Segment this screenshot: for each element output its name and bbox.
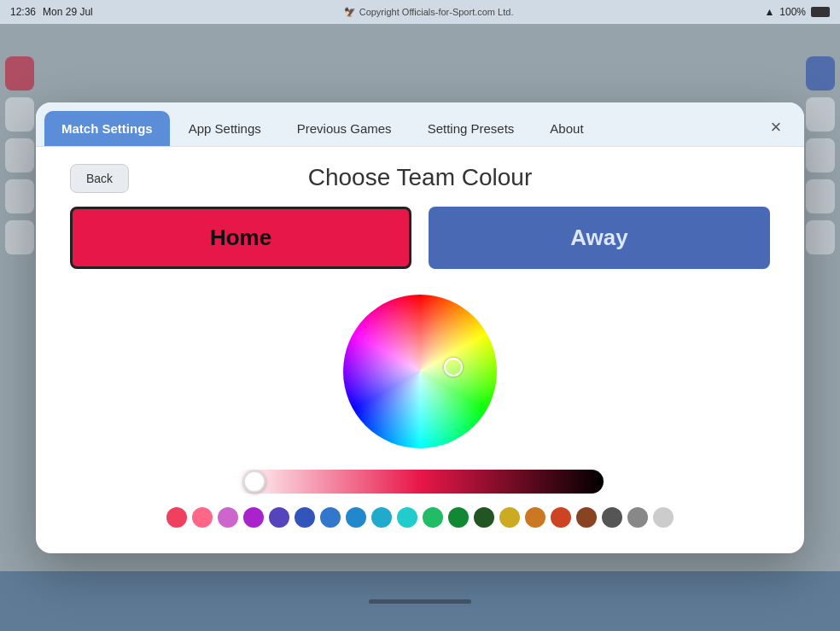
tab-previous-games[interactable]: Previous Games xyxy=(280,111,409,146)
color-wheel-svg xyxy=(343,295,497,448)
color-swatch-1[interactable] xyxy=(192,507,213,528)
settings-modal: × Match Settings App Settings Previous G… xyxy=(36,102,804,553)
color-swatch-17[interactable] xyxy=(602,507,622,528)
color-swatch-11[interactable] xyxy=(448,507,469,528)
color-swatch-14[interactable] xyxy=(525,507,545,528)
home-team-button[interactable]: Home xyxy=(70,207,411,269)
close-button[interactable]: × xyxy=(763,114,789,140)
brightness-slider[interactable] xyxy=(236,470,604,494)
tab-about[interactable]: About xyxy=(533,111,600,146)
tab-app-settings[interactable]: App Settings xyxy=(172,111,278,146)
color-swatch-3[interactable] xyxy=(243,507,264,528)
color-wheel[interactable] xyxy=(343,295,497,448)
color-swatch-2[interactable] xyxy=(218,507,238,528)
color-swatches xyxy=(70,507,770,528)
color-swatch-15[interactable] xyxy=(551,507,571,528)
status-bar-left: 12:36 Mon 29 Jul xyxy=(10,6,93,18)
brightness-thumb xyxy=(243,470,265,493)
copyright: Copyright Officials-for-Sport.com Ltd. xyxy=(359,7,514,17)
date: Mon 29 Jul xyxy=(43,6,93,18)
slider-container xyxy=(70,470,770,494)
tab-match-settings[interactable]: Match Settings xyxy=(44,111,170,146)
modal-body: Back Choose Team Colour Home Away xyxy=(36,147,804,553)
color-swatch-6[interactable] xyxy=(320,507,341,528)
battery-icon xyxy=(811,7,830,17)
tab-bar: Match Settings App Settings Previous Gam… xyxy=(36,102,804,147)
color-swatch-7[interactable] xyxy=(346,507,366,528)
status-bar: 12:36 Mon 29 Jul 🦅 Copyright Officials-f… xyxy=(0,0,840,24)
status-bar-center: 🦅 Copyright Officials-for-Sport.com Ltd. xyxy=(344,7,514,18)
color-swatch-18[interactable] xyxy=(627,507,648,528)
team-buttons-row: Home Away xyxy=(70,207,770,269)
tab-setting-presets[interactable]: Setting Presets xyxy=(411,111,532,146)
color-swatch-16[interactable] xyxy=(576,507,597,528)
modal-overlay: × Match Settings App Settings Previous G… xyxy=(0,24,840,631)
color-swatch-9[interactable] xyxy=(397,507,417,528)
color-swatch-19[interactable] xyxy=(653,507,674,528)
wifi-icon: ▲ xyxy=(764,6,774,18)
color-wheel-container xyxy=(70,295,770,448)
color-swatch-4[interactable] xyxy=(269,507,289,528)
battery: 100% xyxy=(779,6,806,18)
svg-point-1 xyxy=(343,295,497,448)
away-team-button[interactable]: Away xyxy=(429,207,770,269)
color-swatch-10[interactable] xyxy=(423,507,443,528)
color-swatch-5[interactable] xyxy=(295,507,315,528)
status-bar-right: ▲ 100% xyxy=(764,6,830,18)
color-swatch-13[interactable] xyxy=(499,507,520,528)
modal-title: Choose Team Colour xyxy=(70,164,770,191)
color-swatch-8[interactable] xyxy=(371,507,392,528)
time: 12:36 xyxy=(10,6,36,18)
color-swatch-12[interactable] xyxy=(474,507,494,528)
color-swatch-0[interactable] xyxy=(166,507,187,528)
